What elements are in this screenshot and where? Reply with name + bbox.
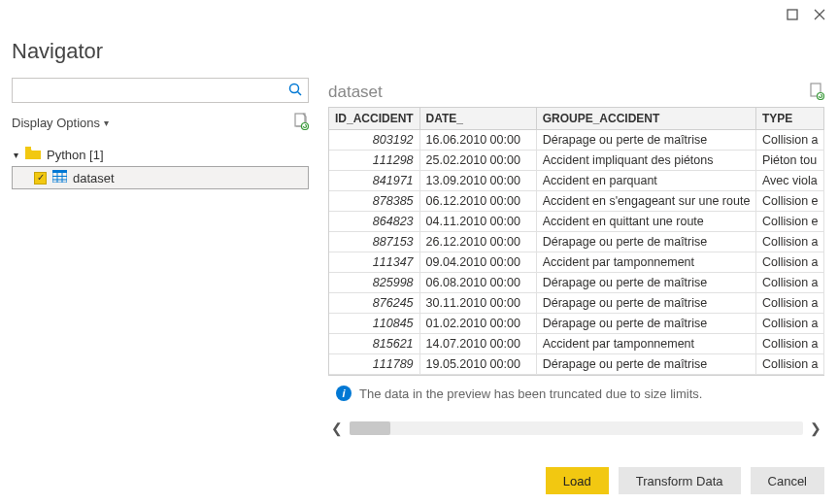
cell-date: 30.11.2010 00:00	[419, 293, 536, 314]
cell-group: Dérapage ou perte de maîtrise	[536, 293, 755, 314]
cell-id: 803192	[329, 130, 419, 151]
data-grid[interactable]: ID_ACCIDENT DATE_ GROUPE_ACCIDENT TYPE 8…	[328, 107, 824, 376]
table-row[interactable]: 11134709.04.2010 00:00Accident par tampo…	[329, 252, 824, 273]
cell-date: 13.09.2010 00:00	[419, 171, 536, 191]
cell-group: Dérapage ou perte de maîtrise	[536, 354, 755, 375]
expander-icon[interactable]: ▾	[14, 150, 25, 160]
search-icon[interactable]	[288, 83, 303, 100]
svg-rect-7	[25, 147, 31, 150]
table-row[interactable]: 86482304.11.2010 00:00Accident en quitta…	[329, 212, 824, 232]
column-header[interactable]: DATE_	[419, 108, 536, 130]
load-button[interactable]: Load	[546, 467, 609, 494]
cell-date: 25.02.2010 00:00	[419, 151, 536, 171]
info-text: The data in the preview has been truncat…	[359, 386, 702, 401]
cell-date: 19.05.2010 00:00	[419, 354, 536, 375]
cell-group: Accident impliquant des piétons	[536, 151, 755, 171]
sheet-refresh-icon[interactable]	[293, 113, 309, 133]
cell-type: Collision a	[755, 293, 823, 314]
cell-id: 111789	[329, 354, 419, 375]
titlebar	[0, 0, 838, 39]
cell-group: Accident par tamponnement	[536, 252, 755, 273]
column-header[interactable]: ID_ACCIDENT	[329, 108, 419, 130]
cell-id: 111347	[329, 252, 419, 273]
table-row[interactable]: 82599806.08.2010 00:00Dérapage ou perte …	[329, 273, 824, 293]
cancel-button[interactable]: Cancel	[751, 467, 824, 494]
cell-group: Dérapage ou perte de maîtrise	[536, 314, 755, 334]
cell-type: Collision a	[755, 130, 823, 151]
cell-date: 26.12.2010 00:00	[419, 232, 536, 252]
display-options-dropdown[interactable]: Display Options ▾	[12, 116, 109, 130]
cell-type: Collision a	[755, 232, 823, 252]
svg-rect-0	[788, 10, 797, 19]
cell-date: 14.07.2010 00:00	[419, 334, 536, 354]
cell-group: Accident en quittant une route	[536, 212, 755, 232]
cell-id: 841971	[329, 171, 419, 191]
cell-type: Collision a	[755, 273, 823, 293]
table-row[interactable]: 84197113.09.2010 00:00Accident en parqua…	[329, 171, 824, 191]
cell-group: Dérapage ou perte de maîtrise	[536, 130, 755, 151]
scroll-left-arrow[interactable]: ❮	[328, 420, 346, 436]
tree-item-dataset[interactable]: dataset	[12, 166, 309, 189]
scroll-thumb[interactable]	[350, 421, 390, 435]
svg-rect-9	[52, 170, 67, 173]
display-options-label: Display Options	[12, 116, 100, 130]
cell-group: Accident en parquant	[536, 171, 755, 191]
table-row[interactable]: 11178919.05.2010 00:00Dérapage ou perte …	[329, 354, 824, 375]
info-icon: i	[336, 386, 352, 401]
column-header[interactable]: TYPE	[755, 108, 823, 130]
window-title: Navigator	[0, 39, 838, 78]
scroll-right-arrow[interactable]: ❯	[807, 420, 824, 436]
table-row[interactable]: 11129825.02.2010 00:00Accident impliquan…	[329, 151, 824, 171]
cell-group: Accident par tamponnement	[536, 334, 755, 354]
cell-group: Accident en s'engageant sur une route	[536, 191, 755, 212]
maximize-button[interactable]	[784, 6, 801, 23]
svg-line-4	[298, 92, 302, 96]
table-row[interactable]: 88715326.12.2010 00:00Dérapage ou perte …	[329, 232, 824, 252]
cell-id: 825998	[329, 273, 419, 293]
cell-date: 06.08.2010 00:00	[419, 273, 536, 293]
cell-date: 04.11.2010 00:00	[419, 212, 536, 232]
search-input[interactable]	[12, 78, 309, 103]
cell-type: Collision e	[755, 212, 823, 232]
table-row[interactable]: 87838506.12.2010 00:00Accident en s'enga…	[329, 191, 824, 212]
cell-date: 09.04.2010 00:00	[419, 252, 536, 273]
cell-type: Collision a	[755, 314, 823, 334]
cell-group: Dérapage ou perte de maîtrise	[536, 232, 755, 252]
table-row[interactable]: 80319216.06.2010 00:00Dérapage ou perte …	[329, 130, 824, 151]
sheet-refresh-icon[interactable]	[809, 83, 824, 103]
tree-item-label: dataset	[73, 171, 115, 185]
cell-type: Collision a	[755, 354, 823, 375]
cell-date: 01.02.2010 00:00	[419, 314, 536, 334]
close-button[interactable]	[811, 6, 828, 23]
cell-id: 887153	[329, 232, 419, 252]
cell-date: 06.12.2010 00:00	[419, 191, 536, 212]
info-message-row: i The data in the preview has been trunc…	[328, 386, 824, 401]
svg-point-15	[818, 92, 824, 99]
cell-id: 111298	[329, 151, 419, 171]
caret-down-icon: ▾	[104, 118, 109, 128]
cell-date: 16.06.2010 00:00	[419, 130, 536, 151]
scroll-track[interactable]	[350, 421, 803, 435]
horizontal-scrollbar[interactable]: ❮ ❯	[328, 419, 824, 438]
table-row[interactable]: 87624530.11.2010 00:00Dérapage ou perte …	[329, 293, 824, 314]
cell-id: 110845	[329, 314, 419, 334]
table-row[interactable]: 81562114.07.2010 00:00Accident par tampo…	[329, 334, 824, 354]
table-icon	[52, 170, 67, 185]
cell-type: Collision a	[755, 334, 823, 354]
cell-id: 878385	[329, 191, 419, 212]
cell-type: Collision a	[755, 252, 823, 273]
cell-type: Collision e	[755, 191, 823, 212]
cell-id: 864823	[329, 212, 419, 232]
transform-data-button[interactable]: Transform Data	[619, 467, 741, 494]
folder-icon	[25, 147, 41, 162]
svg-point-3	[290, 84, 299, 93]
checkbox-checked[interactable]	[34, 172, 47, 185]
column-header[interactable]: GROUPE_ACCIDENT	[536, 108, 755, 130]
dataset-title: dataset	[328, 83, 383, 102]
cell-type: Piéton tou	[755, 151, 823, 171]
cell-type: Avec viola	[755, 171, 823, 191]
tree-folder-python[interactable]: ▾ Python [1]	[12, 143, 309, 166]
table-row[interactable]: 11084501.02.2010 00:00Dérapage ou perte …	[329, 314, 824, 334]
tree-folder-label: Python [1]	[47, 148, 104, 162]
cell-id: 876245	[329, 293, 419, 314]
